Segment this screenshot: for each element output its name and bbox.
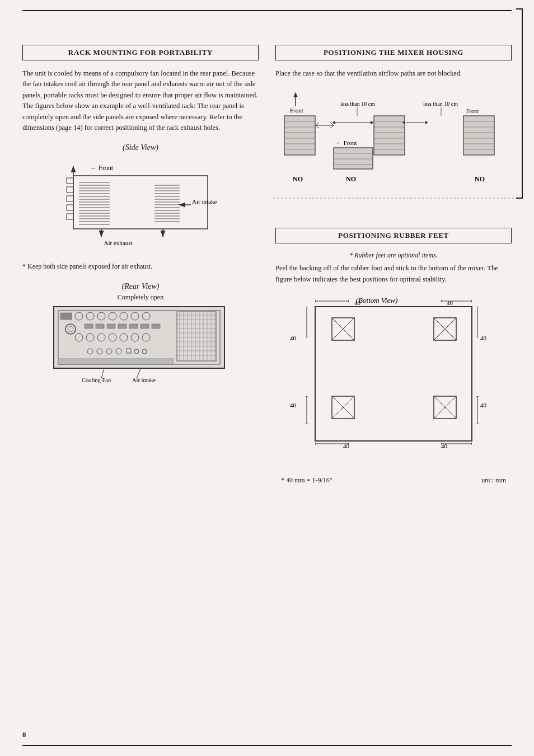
svg-rect-80 <box>140 324 149 328</box>
svg-marker-180 <box>305 396 308 397</box>
svg-rect-142 <box>334 148 373 169</box>
svg-rect-4 <box>67 205 73 210</box>
svg-marker-167 <box>305 337 308 337</box>
svg-rect-133 <box>463 116 494 155</box>
svg-marker-162 <box>441 299 442 303</box>
svg-rect-79 <box>129 324 138 328</box>
svg-rect-81 <box>152 324 160 328</box>
svg-line-111 <box>316 123 319 125</box>
svg-text:← Front: ← Front <box>336 139 357 146</box>
svg-marker-194 <box>315 442 316 445</box>
mm-conversion: * 40 mm = 1-9/16" <box>281 476 332 485</box>
rear-view-label: (Rear View) <box>122 282 160 291</box>
top-border <box>22 10 512 11</box>
bottom-view-svg: (Bottom View) 40 40 40 <box>287 293 500 466</box>
unit-label: uni:: mm <box>481 476 506 485</box>
svg-text:40: 40 <box>290 335 297 341</box>
svg-marker-166 <box>305 307 308 307</box>
svg-marker-181 <box>305 424 308 424</box>
mixer-housing-header: POSITIONING THE MIXER HOUSING <box>275 45 512 60</box>
mixer-housing-diagram-container: Front <box>275 89 512 218</box>
svg-rect-75 <box>85 324 93 328</box>
cooling-fan-text: Cooling Fan <box>82 377 111 383</box>
svg-rect-77 <box>107 324 115 328</box>
mixer-housing-title: POSITIONING THE MIXER HOUSING <box>324 48 463 57</box>
rack-mounting-body: The unit is cooled by means of a compuls… <box>22 68 259 133</box>
rack-mounting-header: RACK MOUNTING FOR PORTABILITY <box>22 45 259 60</box>
svg-line-114 <box>330 125 334 128</box>
svg-marker-163 <box>471 299 472 303</box>
side-view-svg: ← Front <box>57 154 224 252</box>
air-intake-rear-text: Air intake <box>132 377 156 383</box>
svg-text:NO: NO <box>346 175 356 183</box>
svg-rect-103 <box>284 116 315 155</box>
main-content: RACK MOUNTING FOR PORTABILITY The unit i… <box>22 45 512 485</box>
svg-text:Front: Front <box>466 108 479 114</box>
svg-text:40: 40 <box>480 335 487 341</box>
completely-open-label: Completely open <box>118 293 163 302</box>
svg-rect-3 <box>67 196 73 201</box>
side-view-container: (Side View) ← Front <box>22 143 259 252</box>
rubber-feet-header: POSITIONING RUBBER FEET <box>275 228 512 243</box>
svg-text:NO: NO <box>293 175 303 183</box>
svg-rect-155 <box>315 307 472 441</box>
rear-view-svg: Cooling Fan Air intake <box>48 304 233 385</box>
right-column: POSITIONING THE MIXER HOUSING Place the … <box>275 45 512 485</box>
mixer-housing-svg: Front <box>273 89 514 218</box>
svg-marker-184 <box>476 396 479 397</box>
svg-rect-76 <box>96 324 104 328</box>
svg-text:NO: NO <box>475 175 485 183</box>
svg-marker-120 <box>332 121 335 124</box>
rubber-feet-body: Peel the backing off of the rubber foot … <box>275 263 512 285</box>
right-bracket <box>516 8 523 199</box>
rubber-feet-note: * Rubber feet are optional items. <box>275 251 512 260</box>
svg-text:40: 40 <box>290 402 297 408</box>
svg-line-112 <box>316 125 319 128</box>
rubber-feet-title: POSITIONING RUBBER FEET <box>338 231 449 240</box>
air-exhaust-text: Air exhaust <box>104 240 132 246</box>
svg-marker-159 <box>348 299 349 303</box>
svg-rect-121 <box>374 116 405 155</box>
measurement-notes: * 40 mm = 1-9/16" uni:: mm <box>275 476 512 485</box>
svg-text:40: 40 <box>480 402 487 408</box>
svg-text:Front: Front <box>290 107 303 114</box>
svg-rect-5 <box>67 214 73 219</box>
svg-marker-199 <box>471 442 472 445</box>
page-number: 8 <box>22 730 26 739</box>
bottom-border <box>22 745 512 746</box>
svg-marker-118 <box>371 121 374 124</box>
page: RACK MOUNTING FOR PORTABILITY The unit i… <box>0 0 534 756</box>
bottom-view-container: (Bottom View) 40 40 40 <box>275 293 512 466</box>
svg-text:less than 10 cm: less than 10 cm <box>340 101 375 107</box>
mixer-housing-body: Place the case so that the ventilation a… <box>275 68 512 79</box>
svg-marker-132 <box>425 121 428 124</box>
svg-text:(Bottom View): (Bottom View) <box>356 296 398 304</box>
svg-text:40: 40 <box>447 299 453 306</box>
svg-marker-158 <box>315 299 316 303</box>
svg-rect-2 <box>67 187 73 192</box>
svg-text:40: 40 <box>354 299 361 306</box>
svg-text:less than 10 cm: less than 10 cm <box>423 101 458 107</box>
rear-view-container: (Rear View) Completely open <box>22 282 259 385</box>
side-view-label: (Side View) <box>123 143 158 152</box>
svg-rect-1 <box>67 178 73 184</box>
svg-marker-185 <box>476 424 479 424</box>
front-arrow-label: ← Front <box>90 164 114 172</box>
svg-rect-78 <box>118 324 127 328</box>
rack-mounting-title: RACK MOUNTING FOR PORTABILITY <box>68 48 213 57</box>
keep-note: * Keep both side panels exposed for air … <box>22 262 259 271</box>
left-column: RACK MOUNTING FOR PORTABILITY The unit i… <box>22 45 259 485</box>
svg-rect-96 <box>58 359 173 364</box>
svg-rect-44 <box>60 313 72 320</box>
svg-marker-170 <box>476 307 479 307</box>
svg-marker-171 <box>476 337 479 337</box>
air-intake-text: Air intake <box>192 198 217 205</box>
